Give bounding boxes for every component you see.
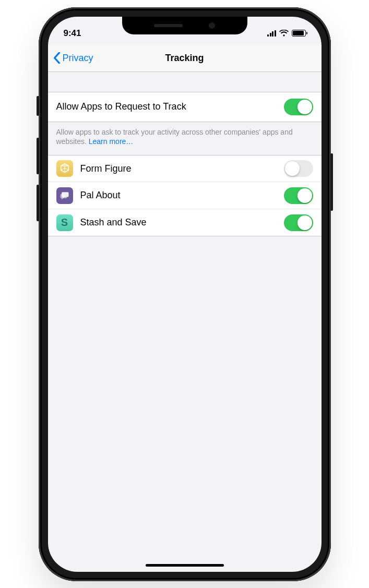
app-row: SStash and Save xyxy=(48,209,322,236)
back-label: Privacy xyxy=(63,53,93,64)
app-tracking-toggle[interactable] xyxy=(284,214,313,231)
allow-tracking-label: Allow Apps to Request to Track xyxy=(56,101,284,112)
speaker-grille xyxy=(154,24,183,27)
notch xyxy=(122,17,247,34)
back-button[interactable]: Privacy xyxy=(48,52,93,64)
stash-save-icon: S xyxy=(56,214,73,231)
mute-switch[interactable] xyxy=(37,96,39,116)
app-tracking-toggle[interactable] xyxy=(284,187,313,204)
app-row: Form Figure xyxy=(48,155,322,182)
home-indicator[interactable] xyxy=(146,564,224,567)
status-time: 9:41 xyxy=(64,28,81,39)
allow-tracking-toggle[interactable] xyxy=(284,99,313,115)
form-figure-icon xyxy=(56,160,73,177)
chevron-left-icon xyxy=(53,52,61,64)
app-list: Form FigurePal AboutSStash and Save xyxy=(48,155,322,236)
nav-bar: Privacy Tracking xyxy=(48,45,322,72)
wifi-icon xyxy=(279,30,289,37)
volume-down-button[interactable] xyxy=(37,185,39,221)
allow-tracking-row: Allow Apps to Request to Track xyxy=(48,92,322,122)
phone-frame: 9:41 Privacy Tracking xyxy=(39,7,331,581)
page-title: Tracking xyxy=(165,53,204,64)
app-name-label: Pal About xyxy=(80,190,284,201)
app-tracking-toggle[interactable] xyxy=(284,160,313,177)
app-name-label: Stash and Save xyxy=(80,217,284,228)
learn-more-link[interactable]: Learn more… xyxy=(89,137,134,146)
app-row: Pal About xyxy=(48,182,322,209)
cellular-signal-icon xyxy=(267,30,276,37)
allow-tracking-footer: Allow apps to ask to track your activity… xyxy=(48,122,322,155)
app-name-label: Form Figure xyxy=(80,163,284,174)
screen: 9:41 Privacy Tracking xyxy=(48,17,322,572)
front-camera xyxy=(209,22,215,29)
power-button[interactable] xyxy=(330,153,333,211)
pal-about-icon xyxy=(56,187,73,204)
content: Privacy Tracking Allow Apps to Request t… xyxy=(48,45,322,572)
battery-icon xyxy=(292,30,306,37)
volume-up-button[interactable] xyxy=(37,138,39,174)
